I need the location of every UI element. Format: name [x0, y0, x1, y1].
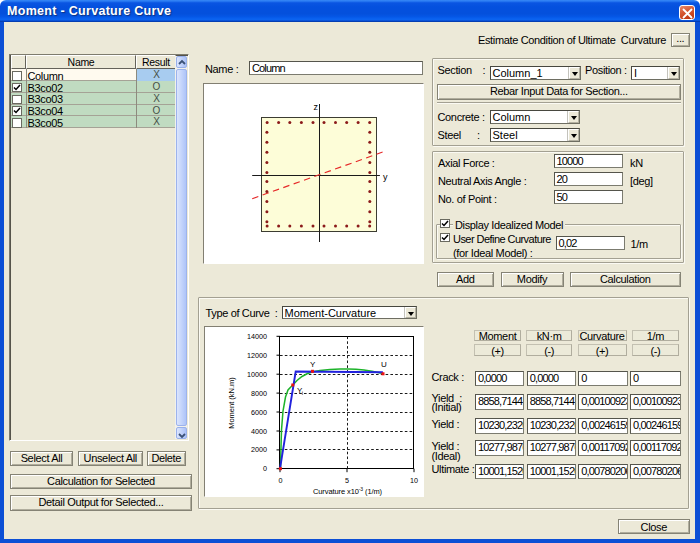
svg-text:y: y [383, 172, 388, 182]
svg-text:z: z [313, 102, 318, 112]
svg-text:10000: 10000 [247, 370, 267, 379]
svg-text:0: 0 [263, 464, 267, 473]
svg-text:i: i [302, 390, 303, 396]
svg-text:2000: 2000 [251, 445, 267, 454]
svg-text:U: U [381, 360, 387, 369]
svg-text:5: 5 [345, 476, 349, 485]
svg-text:10: 10 [410, 476, 418, 485]
svg-text:6000: 6000 [251, 408, 267, 417]
svg-text:8000: 8000 [251, 389, 267, 398]
svg-text:12000: 12000 [247, 351, 267, 360]
svg-text:Moment (kN.m): Moment (kN.m) [227, 377, 236, 429]
svg-text:4000: 4000 [251, 427, 267, 436]
svg-text:0: 0 [279, 476, 283, 485]
svg-text:Y: Y [310, 360, 316, 369]
svg-text:Curvature x10-3 (1/m): Curvature x10-3 (1/m) [313, 486, 383, 496]
svg-text:14000: 14000 [247, 332, 267, 341]
